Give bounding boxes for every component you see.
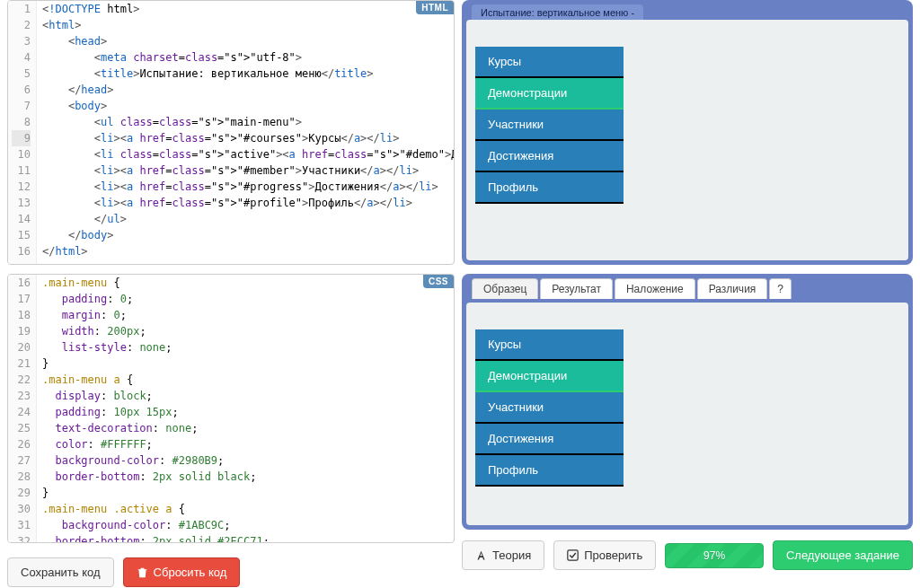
menu-item[interactable]: Участники (475, 392, 624, 424)
save-button[interactable]: Сохранить код (7, 557, 114, 587)
menu-item[interactable]: Достижения (475, 141, 624, 172)
tab-result[interactable]: Результат (540, 278, 613, 299)
menu-item[interactable]: Профиль (475, 455, 624, 487)
menu-item[interactable]: Демонстрации (475, 361, 624, 392)
reset-button[interactable]: Сбросить код (123, 557, 241, 587)
check-label: Проверить (584, 549, 642, 562)
menu-item[interactable]: Достижения (475, 424, 624, 455)
css-editor-lines[interactable]: .main-menu { padding: 0; margin: 0; widt… (37, 275, 454, 542)
check-button[interactable]: Проверить (553, 540, 656, 570)
css-editor[interactable]: CSS 161718192021222324252627282930313233… (7, 274, 455, 543)
check-icon (567, 549, 579, 561)
sample-preview-panel: Образец Результат Наложение Различия ? К… (462, 274, 913, 530)
reset-label: Сбросить код (154, 566, 227, 579)
svg-rect-0 (568, 550, 578, 560)
vertical-menu-sample: КурсыДемонстрацииУчастникиДостиженияПроф… (475, 329, 624, 487)
tab-sample[interactable]: Образец (472, 278, 538, 299)
menu-item[interactable]: Профиль (475, 172, 624, 204)
preview-tabs: Образец Результат Наложение Различия ? (472, 278, 908, 299)
trash-icon (137, 566, 148, 578)
html-editor-lines[interactable]: <!DOCTYPE html><html> <head> <meta chars… (37, 1, 454, 264)
menu-item[interactable]: Курсы (475, 47, 624, 78)
progress-bar: 97% (665, 543, 764, 568)
window-title-tab: Испытание: вертикальное меню - (472, 4, 643, 20)
vertical-menu-result: КурсыДемонстрацииУчастникиДостиженияПроф… (475, 47, 624, 204)
next-label: Следующее задание (786, 549, 899, 562)
menu-item[interactable]: Демонстрации (475, 78, 624, 110)
html-editor[interactable]: HTML 12345678910111213141516 <!DOCTYPE h… (7, 0, 455, 265)
progress-text: 97% (703, 549, 725, 562)
result-preview-panel: Испытание: вертикальное меню - КурсыДемо… (462, 0, 913, 265)
badge-css: CSS (423, 275, 454, 288)
badge-html: HTML (416, 1, 454, 14)
theory-button[interactable]: Теория (462, 540, 544, 570)
theory-label: Теория (492, 549, 531, 562)
tab-help[interactable]: ? (769, 278, 792, 299)
next-task-button[interactable]: Следующее задание (773, 540, 913, 570)
tab-overlay[interactable]: Наложение (615, 278, 695, 299)
tab-diff[interactable]: Различия (697, 278, 768, 299)
menu-item[interactable]: Участники (475, 110, 624, 141)
font-icon (475, 549, 487, 561)
save-label: Сохранить код (21, 566, 101, 579)
menu-item[interactable]: Курсы (475, 329, 624, 361)
